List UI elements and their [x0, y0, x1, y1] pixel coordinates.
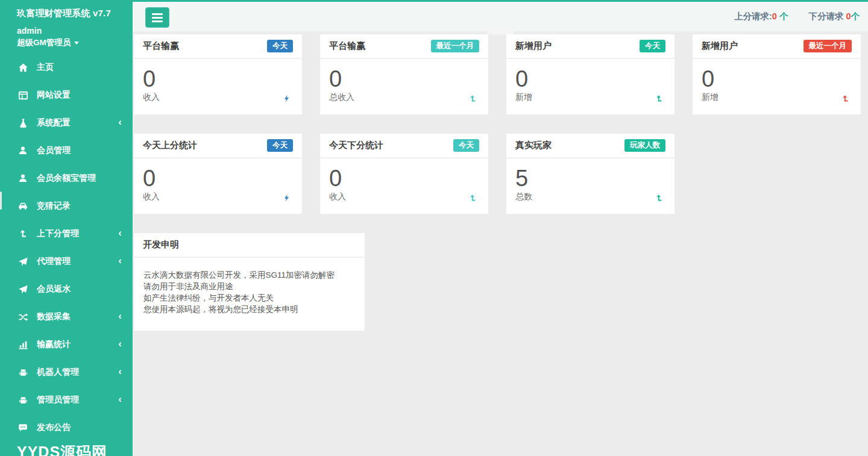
- card-title: 今天上分统计: [143, 140, 197, 151]
- sidebar-item-label: 代理管理: [37, 256, 71, 267]
- sidebar-nav: 主页 网站设置 系统配置 ‹ 会员管理 会员余额宝管理 竞猜记录 上下分管理 ‹: [0, 54, 133, 442]
- stat-label: 新增: [515, 92, 665, 103]
- stat-value: 0: [143, 166, 293, 191]
- down-requests-unit: 个: [851, 11, 860, 21]
- sidebar-item-label: 数据采集: [37, 311, 71, 322]
- sidebar-item-member-rebate[interactable]: 会员返水: [0, 275, 133, 303]
- sidebar-item-score-management[interactable]: 上下分管理 ‹: [0, 220, 133, 248]
- stat-value: 0: [702, 66, 852, 92]
- sidebar-item-label: 会员管理: [37, 145, 71, 156]
- sidebar-item-label: 管理员管理: [37, 395, 79, 405]
- up-requests-unit: 个: [777, 11, 788, 21]
- notice-line: 您使用本源码起，将视为您已经接受本申明: [143, 304, 355, 315]
- chevron-left-icon: ‹: [118, 116, 122, 128]
- card-title: 平台输赢: [329, 40, 365, 52]
- brand-text: YYDS源码网: [17, 442, 133, 456]
- sidebar-item-site-settings[interactable]: 网站设置: [0, 81, 133, 109]
- chevron-left-icon: ‹: [118, 255, 122, 267]
- stat-label: 收入: [143, 192, 293, 202]
- down-requests-count: 0: [846, 11, 851, 21]
- level-up-icon: [469, 95, 477, 103]
- stat-card-new-users-today: 新增用户 今天 0 新增: [506, 34, 675, 114]
- topbar: 上分请求:0 个 下分请求 0个: [133, 2, 868, 31]
- card-title: 新增用户: [515, 40, 552, 52]
- sidebar-item-label: 发布公告: [37, 422, 71, 433]
- dashboard-content: 平台输赢 今天 0 收入 平台输赢 最近一个月 0 总收入: [133, 31, 868, 331]
- robot-icon: [17, 396, 29, 405]
- sidebar-item-label: 机器人管理: [37, 367, 79, 378]
- stat-card-upscore-today: 今天上分统计 今天 0 收入: [134, 134, 302, 214]
- status-badge: 今天: [267, 139, 293, 152]
- chevron-left-icon: ‹: [118, 310, 122, 322]
- home-icon: [17, 63, 29, 73]
- main-area: 上分请求:0 个 下分请求 0个 平台输赢 今天 0 收入: [133, 0, 868, 456]
- sidebar-item-home[interactable]: 主页: [0, 54, 133, 81]
- stat-card-platform-winloss-month: 平台输赢 最近一个月 0 总收入: [320, 34, 488, 114]
- website-icon: [17, 90, 29, 101]
- send-icon: [17, 284, 29, 295]
- sidebar-item-label: 会员返水: [37, 284, 71, 295]
- notice-title: 开发申明: [143, 239, 179, 251]
- stat-label: 总数: [515, 192, 665, 202]
- sidebar-item-members[interactable]: 会员管理: [0, 137, 133, 164]
- sidebar-scrollbar[interactable]: [0, 192, 2, 210]
- username: admin: [17, 26, 127, 36]
- status-badge: 今天: [453, 139, 479, 152]
- developer-notice-card: 开发申明 云水滴大数据有限公司开发，采用SG11加密请勿解密 请勿用于非法及商业…: [134, 233, 365, 331]
- sidebar-item-bet-records[interactable]: 竞猜记录: [0, 192, 133, 220]
- stat-card-platform-winloss-today: 平台输赢 今天 0 收入: [134, 34, 302, 114]
- status-badge: 今天: [267, 40, 293, 53]
- sidebar-item-robots[interactable]: 机器人管理 ‹: [0, 358, 133, 386]
- chevron-left-icon: ‹: [118, 338, 122, 350]
- status-badge: 今天: [640, 40, 665, 53]
- user-icon: [17, 146, 29, 155]
- stat-value: 0: [329, 66, 479, 92]
- menu-toggle-button[interactable]: [145, 7, 169, 28]
- sidebar-item-label: 竞猜记录: [37, 201, 71, 211]
- bolt-icon: [283, 193, 291, 202]
- sidebar: 玖富理财管理系统 v7.7 admin 超级GM管理员 主页 网站设置 系统配置…: [0, 0, 133, 456]
- car-icon: [17, 201, 29, 211]
- stat-value: 0: [143, 66, 293, 92]
- down-requests-label: 下分请求: [808, 11, 843, 21]
- stat-value: 5: [515, 166, 665, 191]
- sidebar-item-member-yuebao[interactable]: 会员余额宝管理: [0, 164, 133, 192]
- stat-value: 0: [329, 166, 479, 191]
- notice-line: 如产生法律纠纷，与开发者本人无关: [143, 292, 355, 304]
- sidebar-item-system-config[interactable]: 系统配置 ‹: [0, 109, 133, 137]
- topbar-notch: [486, 29, 514, 34]
- stat-value: 0: [515, 66, 665, 92]
- notice-line: 云水滴大数据有限公司开发，采用SG11加密请勿解密: [143, 269, 355, 281]
- stat-label: 收入: [143, 92, 293, 103]
- status-badge: 最近一个月: [431, 40, 480, 53]
- down-requests-link[interactable]: 下分请求 0个: [808, 11, 860, 22]
- stat-label: 收入: [329, 192, 479, 202]
- sidebar-item-announcements[interactable]: 发布公告: [0, 414, 133, 442]
- sidebar-item-label: 上下分管理: [37, 228, 79, 239]
- send-icon: [17, 257, 29, 267]
- robot-icon: [17, 368, 29, 377]
- flask-icon: [17, 118, 29, 128]
- sidebar-item-agents[interactable]: 代理管理 ‹: [0, 248, 133, 275]
- up-requests-count: 0: [772, 11, 777, 21]
- sidebar-item-win-loss-stats[interactable]: 输赢统计 ‹: [0, 331, 133, 358]
- level-up-icon: [17, 230, 29, 239]
- comment-icon: [17, 423, 29, 433]
- sidebar-item-label: 会员余额宝管理: [37, 173, 96, 184]
- sidebar-item-admins[interactable]: 管理员管理 ‹: [0, 386, 133, 414]
- chevron-left-icon: ‹: [118, 393, 122, 405]
- user-icon: [17, 173, 29, 183]
- hamburger-icon: [152, 13, 163, 22]
- chevron-left-icon: ‹: [118, 227, 122, 239]
- stat-label: 总收入: [329, 92, 479, 103]
- level-up-icon: [841, 95, 849, 103]
- stat-label: 新增: [702, 92, 852, 103]
- card-title: 今天下分统计: [329, 140, 383, 151]
- stat-card-new-users-month: 新增用户 最近一个月 0 新增: [693, 34, 861, 114]
- chevron-down-icon: [74, 42, 79, 45]
- level-up-icon: [655, 194, 663, 202]
- up-requests-label: 上分请求:: [734, 11, 772, 21]
- sidebar-item-data-collection[interactable]: 数据采集 ‹: [0, 303, 133, 331]
- up-requests-link[interactable]: 上分请求:0 个: [734, 11, 788, 22]
- role-dropdown[interactable]: 超级GM管理员: [17, 37, 127, 48]
